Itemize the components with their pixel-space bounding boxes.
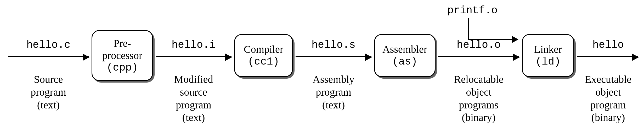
stage-compiler: Compiler (cc1) (234, 34, 293, 77)
desc-line: object (595, 86, 621, 98)
desc-line: (binary) (462, 112, 496, 123)
desc-relocatable-object: Relocatable object programs (binary) (445, 73, 513, 124)
desc-line: program (31, 86, 66, 98)
arrow-assembler-to-linker (438, 56, 519, 57)
stage-tool: (ld) (535, 56, 561, 68)
stage-title-line: Compiler (244, 43, 283, 55)
desc-line: Source (34, 73, 63, 85)
desc-line: program (176, 99, 211, 111)
file-hello-exe: hello (583, 39, 633, 51)
stage-assembler: Assembler (as) (374, 34, 436, 77)
arrow-preprocessor-to-compiler (156, 56, 231, 57)
stage-tool: (cpp) (106, 62, 138, 74)
desc-line: Executable (585, 73, 631, 85)
desc-line: object (466, 86, 492, 98)
stage-tool: (as) (392, 56, 417, 68)
arrow-source-to-preprocessor (8, 56, 89, 57)
file-hello-i: hello.i (163, 39, 224, 51)
desc-line: source (180, 86, 207, 98)
stage-tool: (cc1) (248, 56, 279, 68)
desc-source-program: Source program (text) (18, 73, 78, 111)
file-hello-c: hello.c (18, 39, 78, 51)
desc-line: programs (459, 99, 498, 111)
desc-line: (text) (322, 99, 345, 111)
desc-line: Assembly (313, 73, 354, 85)
file-hello-s: hello.s (303, 39, 364, 51)
arrowhead-printf-to-linker (512, 36, 518, 43)
connector-printf-to-linker (468, 18, 512, 40)
stage-preprocessor: Pre- processor (cpp) (92, 30, 153, 81)
desc-line: Relocatable (454, 73, 504, 85)
stage-title-line: Pre- (114, 37, 131, 49)
stage-title-line: processor (102, 49, 142, 62)
desc-executable-object: Executable object program (binary) (575, 73, 641, 124)
stage-linker: Linker (ld) (522, 34, 574, 77)
arrow-linker-to-executable (577, 56, 638, 57)
desc-modified-source: Modified source program (text) (163, 73, 224, 124)
desc-line: program (590, 99, 626, 111)
arrow-compiler-to-assembler (296, 56, 371, 57)
stage-title-line: Assembler (382, 43, 427, 55)
desc-line: (text) (37, 99, 60, 111)
desc-assembly-program: Assembly program (text) (303, 73, 364, 111)
stage-title-line: Linker (534, 43, 562, 55)
desc-line: (text) (182, 112, 205, 123)
compilation-pipeline-diagram: hello.c Source program (text) Pre- proce… (0, 0, 644, 139)
desc-line: Modified (174, 73, 213, 85)
desc-line: (binary) (591, 112, 625, 123)
file-hello-o: hello.o (447, 39, 510, 51)
desc-line: program (316, 86, 351, 98)
file-printf-o: printf.o (447, 5, 498, 16)
